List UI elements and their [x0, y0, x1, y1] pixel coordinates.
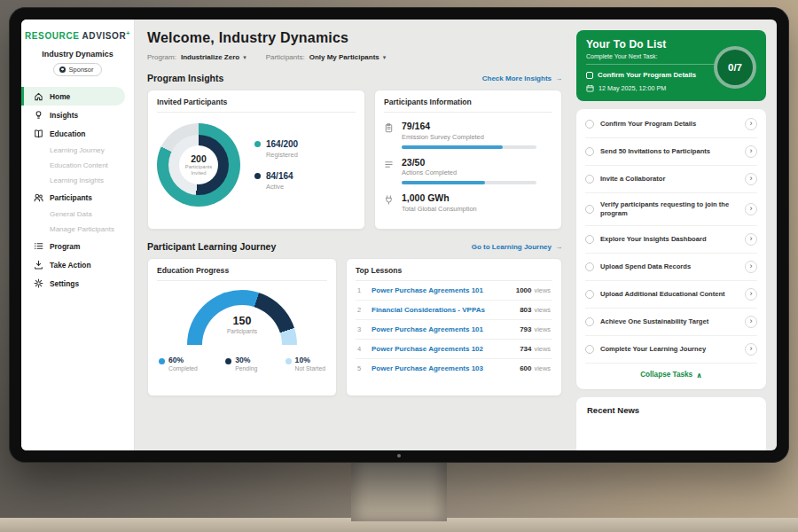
- sidebar-item-education[interactable]: Education: [21, 124, 134, 143]
- program-filter-value: Industrialize Zero: [181, 53, 239, 61]
- sidebar-item-label: Education: [50, 129, 85, 138]
- chevron-right-icon[interactable]: ›: [745, 145, 757, 158]
- sidebar-item-manage-participants[interactable]: Manage Participants: [21, 222, 134, 237]
- task-checkbox[interactable]: [585, 175, 594, 184]
- sponsor-badge-label: Sponsor: [69, 66, 94, 74]
- legend-dot-pending: [225, 358, 231, 364]
- lesson-title-link[interactable]: Power Purchase Agreements 103: [372, 364, 512, 372]
- card-title: Education Progress: [157, 266, 327, 281]
- lesson-row: 2 Financial Considerations - VPPAs 803vi…: [356, 301, 552, 320]
- chevron-right-icon[interactable]: ›: [745, 118, 757, 130]
- task-row: Complete Your Learning Journey ›: [585, 336, 757, 364]
- sidebar-item-home[interactable]: Home: [21, 87, 125, 106]
- task-row: Upload Spend Data Records ›: [585, 254, 757, 281]
- task-checkbox[interactable]: [585, 205, 594, 214]
- program-filter-dropdown[interactable]: Industrialize Zero ▾: [181, 53, 246, 61]
- check-more-insights-link[interactable]: Check More Insights →: [482, 74, 562, 82]
- card-title: Top Lessons: [356, 266, 552, 281]
- sidebar-item-label: Learning Journey: [50, 146, 105, 154]
- chevron-right-icon[interactable]: ›: [745, 261, 757, 273]
- collapse-label: Collapse Tasks: [640, 371, 692, 379]
- sidebar-item-label: Learning Insights: [50, 176, 104, 184]
- sidebar-item-learning-insights[interactable]: Learning Insights: [21, 173, 134, 188]
- collapse-tasks-link[interactable]: Collapse Tasks ∧: [585, 364, 757, 387]
- task-label: Achieve One Sustainability Target: [600, 317, 739, 326]
- lesson-row: 3 Power Purchase Agreements 101 793views: [356, 320, 552, 340]
- legend-item: 60% Completed: [159, 356, 198, 372]
- home-icon: [34, 91, 43, 101]
- collapse-caret-icon: ∧: [696, 371, 702, 379]
- chevron-right-icon[interactable]: ›: [745, 203, 757, 215]
- participants-filter-dropdown[interactable]: Only My Participants ▾: [309, 53, 387, 61]
- sidebar-item-general-data[interactable]: General Data: [21, 207, 134, 222]
- sidebar-item-participants[interactable]: Participants: [21, 188, 134, 207]
- chevron-right-icon[interactable]: ›: [745, 173, 757, 185]
- lesson-title-link[interactable]: Power Purchase Agreements 102: [372, 345, 512, 353]
- participants-filter: Participants: Only My Participants ▾: [266, 53, 387, 61]
- lesson-rank: 2: [357, 306, 364, 314]
- legend-item: 10% Not Started: [286, 356, 325, 372]
- sidebar-item-learning-journey[interactable]: Learning Journey: [21, 143, 134, 158]
- stat-label: Emission Survey Completed: [402, 133, 536, 141]
- task-checkbox[interactable]: [585, 345, 594, 354]
- legend-dot-not-started: [286, 358, 292, 364]
- task-checkbox[interactable]: [585, 120, 594, 129]
- todo-progress-value: 0/7: [728, 62, 742, 73]
- arrow-right-icon: →: [555, 243, 562, 251]
- task-checkbox[interactable]: [585, 147, 594, 156]
- sidebar-item-label: Manage Participants: [50, 225, 114, 233]
- invited-participants-donut-chart: 200 Participants Invited: [157, 123, 240, 207]
- monitor: RESOURCE ADVISOR+ Industry Dynamics Spon…: [9, 7, 789, 463]
- chevron-right-icon[interactable]: ›: [745, 288, 757, 301]
- donut-center-label: Participants Invited: [182, 164, 215, 176]
- sidebar-nav: Home Insights Education Learning Journey: [21, 87, 134, 293]
- legend-item: 30% Pending: [225, 356, 257, 372]
- task-row: Invite a Collaborator ›: [585, 166, 757, 193]
- due-date-label: 12 May 2025, 12:00 PM: [598, 84, 666, 92]
- task-row: Verify participants requesting to join t…: [585, 193, 757, 226]
- chevron-right-icon[interactable]: ›: [745, 316, 757, 328]
- legend-dot-active: [254, 173, 261, 179]
- task-row: Explore Your Insights Dashboard ›: [585, 226, 757, 254]
- org-name: Industry Dynamics: [21, 50, 134, 59]
- stat-row: 79/164 Emission Survey Completed: [384, 121, 552, 149]
- sidebar-item-insights[interactable]: Insights: [21, 106, 134, 124]
- sidebar-item-take-action[interactable]: Take Action: [21, 255, 134, 274]
- link-label: Go to Learning Journey: [472, 243, 552, 251]
- lesson-title-link[interactable]: Power Purchase Agreements 101: [372, 286, 509, 294]
- stat-row: 1,000 GWh Total Global Consumption: [384, 193, 552, 213]
- progress-bar: [402, 181, 536, 184]
- lesson-title-link[interactable]: Financial Considerations - VPPAs: [372, 306, 512, 314]
- learning-journey-cards: Education Progress 150 Participants 60%: [147, 258, 562, 396]
- stat-row: 23/50 Actions Completed: [384, 158, 552, 185]
- task-checkbox[interactable]: [585, 290, 594, 299]
- sidebar-item-settings[interactable]: Settings: [21, 274, 134, 293]
- education-progress-card: Education Progress 150 Participants 60%: [147, 258, 337, 396]
- arrow-right-icon: →: [555, 74, 562, 82]
- filter-bar: Program: Industrialize Zero ▾ Participan…: [147, 53, 562, 61]
- lesson-row: 1 Power Purchase Agreements 101 1000view…: [356, 281, 552, 301]
- task-label: Complete Your Learning Journey: [600, 345, 739, 354]
- lesson-title-link[interactable]: Power Purchase Agreements 101: [372, 325, 512, 333]
- task-checkbox[interactable]: [585, 235, 594, 244]
- insights-icon: [34, 110, 43, 120]
- legend-value: 10%: [295, 356, 310, 364]
- sponsor-badge-icon: [59, 66, 66, 73]
- gauge-center: 150 Participants: [187, 315, 297, 334]
- task-row: Confirm Your Program Details ›: [585, 111, 757, 138]
- lesson-views-suffix: views: [535, 325, 551, 333]
- task-label: Send 50 Invitations to Participants: [600, 147, 739, 156]
- chevron-right-icon[interactable]: ›: [745, 233, 757, 246]
- task-checkbox[interactable]: [586, 72, 593, 79]
- participants-filter-label: Participants:: [266, 53, 305, 61]
- checklist-icon: [384, 160, 394, 169]
- sidebar-item-program[interactable]: Program: [21, 237, 134, 255]
- chevron-right-icon[interactable]: ›: [745, 343, 757, 356]
- go-to-learning-journey-link[interactable]: Go to Learning Journey →: [472, 243, 562, 251]
- participants-information-card: Participants Information 79/164 Emission…: [374, 90, 562, 230]
- task-checkbox[interactable]: [585, 317, 594, 326]
- sidebar-item-education-content[interactable]: Education Content: [21, 158, 134, 173]
- task-checkbox[interactable]: [585, 262, 594, 271]
- task-label: Verify participants requesting to join t…: [600, 200, 739, 218]
- monitor-logo: [397, 454, 401, 458]
